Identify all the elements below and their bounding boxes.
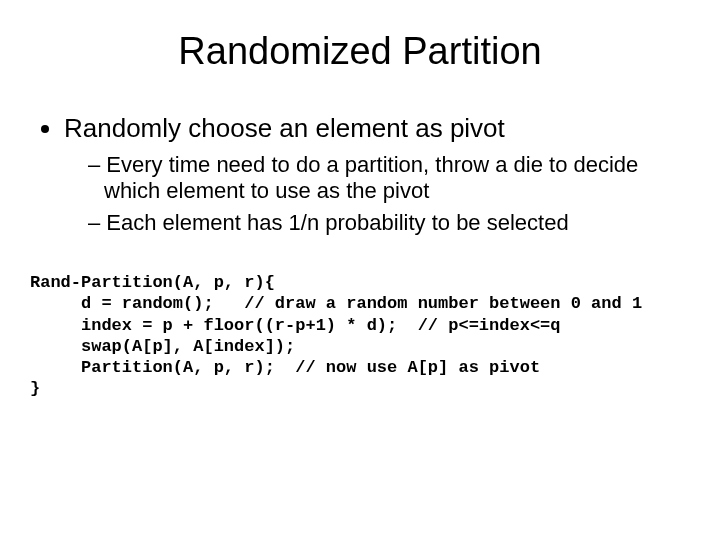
slide: Randomized Partition Randomly choose an …: [0, 0, 720, 540]
sub-bullet-list: Every time need to do a partition, throw…: [64, 152, 690, 236]
sub-bullet-2: Each element has 1/n probability to be s…: [88, 210, 690, 236]
bullet-1: Randomly choose an element as pivot Ever…: [64, 113, 690, 236]
slide-title: Randomized Partition: [30, 30, 690, 73]
sub-bullet-1: Every time need to do a partition, throw…: [88, 152, 690, 204]
bullet-1-text: Randomly choose an element as pivot: [64, 113, 505, 143]
bullet-list: Randomly choose an element as pivot Ever…: [30, 113, 690, 236]
code-block: Rand-Partition(A, p, r){ d = random(); /…: [30, 272, 690, 400]
